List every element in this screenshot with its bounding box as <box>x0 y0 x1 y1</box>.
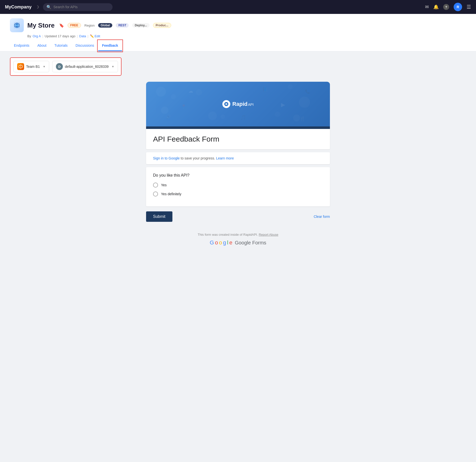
team-selector[interactable]: Team B1 ▼ <box>13 61 49 72</box>
tab-endpoints[interactable]: Endpoints <box>10 40 33 51</box>
rapidapi-text: RapidAPI <box>232 101 254 107</box>
rapidapi-banner: ☁ 📍 🎵 📘 ▶ 🍴 📞 🔊 RapidAPI <box>146 82 330 126</box>
selectors-row: Team B1 ▼ D default-application_6028339 … <box>10 57 121 76</box>
app-selector[interactable]: D default-application_6028339 ▼ <box>52 61 118 72</box>
updated-text: Updated 17 days ago <box>45 34 76 38</box>
tab-tutorials[interactable]: Tutorials <box>50 40 72 51</box>
tab-discussions[interactable]: Discussions <box>72 40 98 51</box>
dark-bar <box>146 126 330 129</box>
api-logo-icon <box>10 18 24 32</box>
search-icon: 🔍 <box>46 5 51 9</box>
tab-feedback[interactable]: Feedback <box>98 40 122 51</box>
search-input[interactable] <box>53 5 103 9</box>
feedback-container: ☁ 📍 🎵 📘 ▶ 🍴 📞 🔊 RapidAPI <box>146 82 330 253</box>
footer-text: This form was created inside of RapidAPI… <box>146 233 330 236</box>
radio-yes[interactable] <box>153 183 158 188</box>
google-forms-logo: Google Google Forms <box>146 239 330 246</box>
svg-rect-4 <box>15 25 18 26</box>
form-footer: This form was created inside of RapidAPI… <box>146 229 330 253</box>
sign-in-bar: Sign in to Google to save your progress.… <box>146 152 330 164</box>
google-g-icon: G <box>210 239 214 246</box>
forms-text: Google Forms <box>235 240 266 246</box>
org-link[interactable]: Org A <box>33 34 41 38</box>
search-bar[interactable]: 🔍 <box>43 3 113 11</box>
option-yes-definitely[interactable]: Yes definitely <box>153 192 323 196</box>
submit-button[interactable]: Submit <box>146 211 172 222</box>
help-icon[interactable]: ? <box>443 4 449 10</box>
moon-icon[interactable]: ☽ <box>36 5 39 9</box>
badge-deploy: Deploy... <box>132 23 149 28</box>
badge-produc: Produc... <box>153 23 171 28</box>
api-meta: By Org A | Updated 17 days ago | Data | … <box>10 34 466 38</box>
api-title: My Store <box>27 22 55 29</box>
mail-icon[interactable]: ✉ <box>425 4 429 10</box>
brand-name: MyCompany <box>5 4 32 10</box>
learn-more-link[interactable]: Learn more <box>216 156 234 160</box>
clear-form-link[interactable]: Clear form <box>314 215 330 219</box>
question-text: Do you like this API? <box>153 173 323 178</box>
badge-rest: REST <box>116 23 129 28</box>
banner-logo: RapidAPI <box>222 100 254 108</box>
form-title: API Feedback Form <box>153 135 323 143</box>
content-area: Team B1 ▼ D default-application_6028339 … <box>0 51 476 462</box>
team-icon <box>17 63 24 70</box>
report-abuse-link[interactable]: Report Abuse <box>259 233 278 236</box>
region-label: Region <box>84 24 95 27</box>
topnav: MyCompany ☽ 🔍 ✉ 🔔 ? R ☰ <box>0 0 476 14</box>
form-actions: Submit Clear form <box>146 209 330 224</box>
data-link[interactable]: Data <box>79 34 86 38</box>
api-header-top: My Store 🔖 FREE Region Global REST Deplo… <box>10 18 466 32</box>
svg-point-9 <box>226 104 227 105</box>
badge-free: FREE <box>68 23 81 28</box>
user-avatar[interactable]: R <box>454 3 462 11</box>
bookmark-icon[interactable]: 🔖 <box>59 23 64 28</box>
rapidapi-logo-icon <box>222 100 230 108</box>
app-chevron-icon: ▼ <box>112 65 114 68</box>
bell-icon[interactable]: 🔔 <box>433 4 439 10</box>
nav-tabs: Endpoints About Tutorials Discussions Fe… <box>10 40 466 51</box>
option-yes[interactable]: Yes <box>153 183 323 188</box>
edit-icon: ✏️ <box>90 34 94 38</box>
option-yes-label: Yes <box>161 183 167 187</box>
team-chevron-icon: ▼ <box>43 65 45 68</box>
sign-in-link[interactable]: Sign in to Google <box>153 156 180 160</box>
app-label: default-application_6028339 <box>65 65 109 69</box>
topnav-icons: ✉ 🔔 ? R ☰ <box>425 3 471 11</box>
by-label: By <box>27 34 31 38</box>
radio-yes-definitely[interactable] <box>153 192 158 196</box>
menu-icon[interactable]: ☰ <box>467 4 471 10</box>
app-icon: D <box>56 63 63 70</box>
form-title-card: API Feedback Form <box>146 129 330 149</box>
badge-global: Global <box>98 23 112 28</box>
api-header: My Store 🔖 FREE Region Global REST Deplo… <box>0 14 476 51</box>
question-card: Do you like this API? Yes Yes definitely <box>146 167 330 206</box>
team-label: Team B1 <box>26 65 40 69</box>
tab-about[interactable]: About <box>33 40 50 51</box>
option-yes-definitely-label: Yes definitely <box>161 192 181 196</box>
edit-link[interactable]: ✏️ Edit <box>90 34 100 38</box>
